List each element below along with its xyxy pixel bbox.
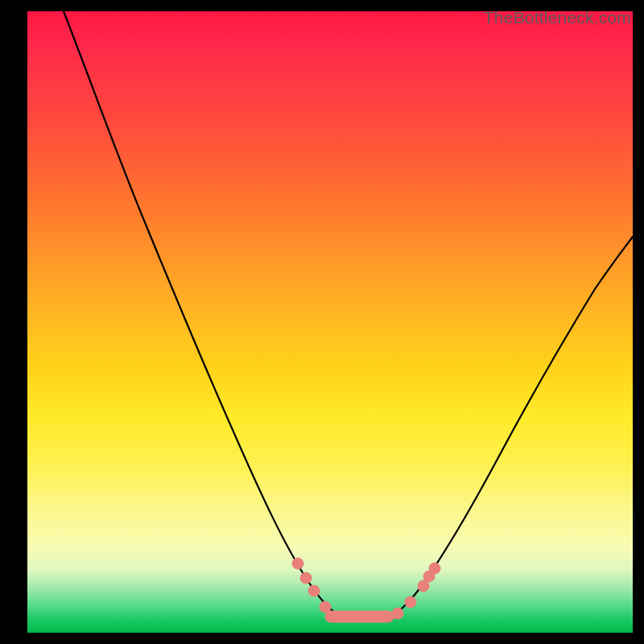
svg-point-2 bbox=[308, 585, 320, 597]
svg-point-1 bbox=[300, 572, 312, 584]
svg-point-6 bbox=[405, 597, 416, 608]
highlight-markers bbox=[292, 558, 440, 619]
svg-point-9 bbox=[429, 563, 440, 574]
watermark-text: TheBottleneck.com bbox=[484, 8, 631, 27]
bottleneck-curve bbox=[64, 11, 633, 620]
plot-area bbox=[27, 11, 633, 633]
svg-point-5 bbox=[392, 608, 403, 619]
curve-layer bbox=[27, 11, 633, 633]
chart-frame: TheBottleneck.com bbox=[0, 0, 644, 644]
svg-point-0 bbox=[292, 558, 303, 569]
